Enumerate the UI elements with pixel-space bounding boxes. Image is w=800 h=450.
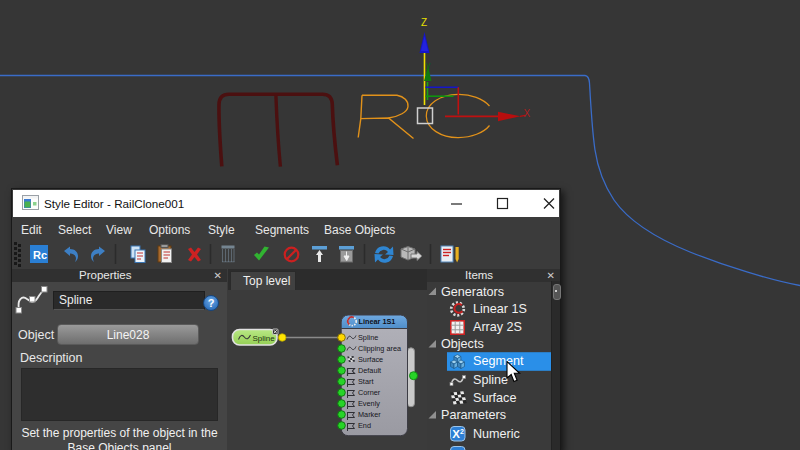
- svg-text:Default: Default: [358, 366, 381, 375]
- svg-text:Objects: Objects: [441, 337, 484, 351]
- svg-text:X: X: [524, 108, 531, 119]
- svg-text:Linear 1S1: Linear 1S1: [358, 317, 395, 326]
- svg-text:Marker: Marker: [358, 410, 381, 419]
- svg-text:Spline: Spline: [252, 334, 275, 343]
- svg-text:Spline: Spline: [473, 373, 508, 387]
- svg-text:Clipping area: Clipping area: [358, 344, 402, 353]
- svg-text:Linear 1S: Linear 1S: [473, 302, 527, 316]
- svg-text:2: 2: [460, 428, 464, 435]
- svg-text:Parameters: Parameters: [441, 408, 506, 422]
- svg-text:Surface: Surface: [473, 391, 516, 405]
- svg-text:Generators: Generators: [441, 285, 504, 299]
- svg-text:Start: Start: [358, 377, 373, 386]
- svg-text:Z: Z: [421, 17, 427, 28]
- svg-text:Spline: Spline: [358, 333, 378, 342]
- svg-text:X: X: [452, 428, 460, 440]
- svg-text:Corner: Corner: [358, 388, 381, 397]
- svg-text:Surface: Surface: [358, 355, 383, 364]
- svg-text:y: y: [426, 60, 431, 70]
- svg-text:End: End: [358, 421, 371, 430]
- svg-text:Numeric: Numeric: [473, 427, 520, 441]
- svg-text:Array 2S: Array 2S: [473, 320, 522, 334]
- svg-text:Evenly: Evenly: [358, 399, 380, 408]
- svg-text:Rc: Rc: [33, 249, 47, 261]
